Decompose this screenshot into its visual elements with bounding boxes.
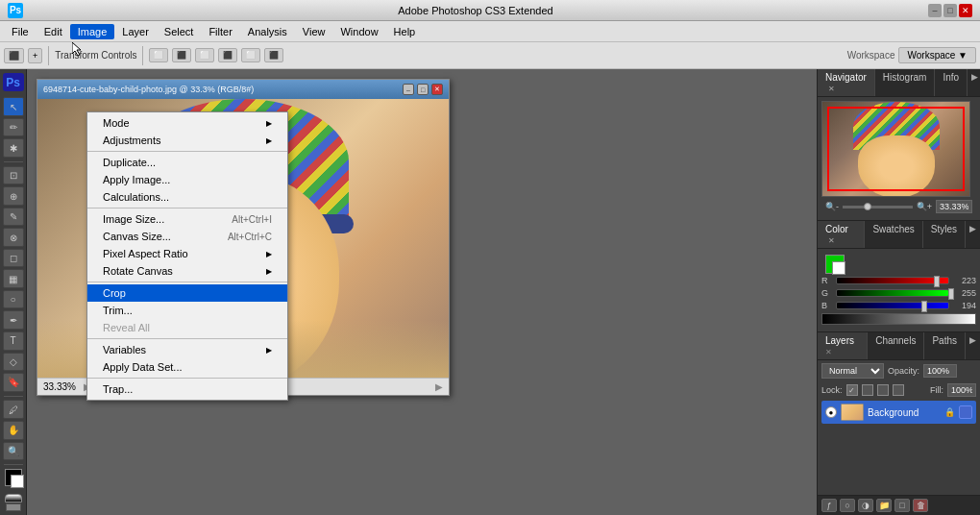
color-b-thumb[interactable]: [921, 301, 927, 312]
maximize-button[interactable]: □: [943, 4, 957, 17]
menu-item-crop[interactable]: Crop: [87, 284, 287, 302]
menu-item-apply-image[interactable]: Apply Image...: [87, 171, 287, 188]
menu-analysis[interactable]: Analysis: [240, 24, 295, 39]
color-b-slider[interactable]: [836, 302, 949, 309]
tool-brush[interactable]: ✎: [3, 208, 24, 227]
foreground-color[interactable]: [5, 469, 22, 486]
color-g-slider[interactable]: [836, 289, 949, 297]
fill-input[interactable]: [947, 383, 976, 397]
quick-mask[interactable]: [5, 494, 22, 503]
tab-channels[interactable]: Channels: [868, 332, 924, 359]
lock-transparent-btn[interactable]: ✓: [846, 384, 858, 396]
screen-mode[interactable]: [5, 503, 22, 511]
menu-help[interactable]: Help: [386, 24, 424, 39]
toolbar-align-2[interactable]: ⬛: [172, 48, 191, 62]
zoom-input[interactable]: [936, 200, 972, 213]
layer-adjustment-btn[interactable]: ◑: [858, 499, 873, 512]
tool-selection[interactable]: ↖: [3, 97, 24, 116]
color-close-icon[interactable]: ✕: [828, 236, 835, 245]
minimize-button[interactable]: –: [928, 4, 942, 17]
menu-select[interactable]: Select: [157, 24, 202, 39]
color-r-slider[interactable]: [836, 277, 949, 284]
tab-navigator[interactable]: Navigator ✕: [818, 69, 875, 96]
tool-zoom[interactable]: 🔍: [3, 442, 24, 461]
layer-visibility-eye[interactable]: ●: [825, 406, 837, 418]
toolbar-align-5[interactable]: ⬜: [241, 48, 260, 62]
tab-info[interactable]: Info: [935, 69, 968, 96]
tool-notes[interactable]: 🔖: [3, 373, 24, 392]
tab-layers[interactable]: Layers ✕: [818, 332, 868, 359]
menu-window[interactable]: Window: [332, 24, 385, 39]
tool-eyedropper[interactable]: 🖊: [3, 400, 24, 419]
color-g-thumb[interactable]: [948, 288, 954, 300]
color-r-thumb[interactable]: [934, 276, 940, 287]
tool-clone[interactable]: ⊗: [3, 228, 24, 247]
navigator-close-icon[interactable]: ✕: [828, 85, 835, 93]
lock-image-btn[interactable]: [862, 384, 873, 396]
background-color[interactable]: [11, 475, 24, 488]
zoom-slider[interactable]: [843, 206, 913, 208]
toolbar-tool-2[interactable]: +: [28, 48, 42, 63]
menu-view[interactable]: View: [295, 24, 333, 39]
foreground-color-swatch[interactable]: [825, 255, 845, 274]
menu-edit[interactable]: Edit: [37, 24, 70, 39]
layer-style-btn[interactable]: ƒ: [821, 499, 837, 512]
tool-dodge[interactable]: ○: [3, 290, 24, 309]
image-window-minimize[interactable]: –: [403, 84, 414, 95]
menu-item-pixel-aspect[interactable]: Pixel Aspect Ratio: [87, 245, 287, 262]
menu-item-variables[interactable]: Variables: [87, 341, 287, 358]
toolbar-align-6[interactable]: ⬛: [264, 48, 283, 62]
opacity-input[interactable]: [923, 364, 957, 378]
tool-patch[interactable]: ⊕: [3, 186, 24, 206]
color-options-icon[interactable]: ▶: [966, 221, 980, 248]
menu-item-apply-data-set[interactable]: Apply Data Set...: [87, 358, 287, 376]
menu-item-image-size[interactable]: Image Size... Alt+Ctrl+I: [87, 210, 287, 228]
layer-delete-btn[interactable]: 🗑: [913, 499, 928, 512]
lock-all-btn[interactable]: [893, 384, 904, 396]
layer-mask-btn[interactable]: ○: [840, 499, 855, 512]
tool-hand[interactable]: ✋: [3, 421, 24, 440]
menu-image[interactable]: Image: [70, 24, 115, 39]
layer-item-background[interactable]: ● Background 🔒: [821, 401, 976, 424]
image-window-close[interactable]: ✕: [431, 84, 443, 95]
scroll-right[interactable]: ▶: [435, 381, 443, 392]
menu-item-mode[interactable]: Mode: [87, 114, 287, 132]
layers-options-icon[interactable]: ▶: [966, 332, 980, 359]
tool-text[interactable]: T: [3, 331, 24, 351]
toolbar-align-1[interactable]: ⬜: [149, 48, 168, 62]
zoom-in-icon[interactable]: 🔍+: [917, 202, 932, 211]
tool-gradient[interactable]: ▦: [3, 269, 24, 288]
blend-mode-select[interactable]: Normal: [821, 363, 884, 379]
tool-eraser[interactable]: ◻: [3, 249, 24, 268]
menu-item-canvas-size[interactable]: Canvas Size... Alt+Ctrl+C: [87, 228, 287, 245]
tab-color[interactable]: Color ✕: [818, 221, 865, 248]
tool-lasso[interactable]: ✏: [3, 118, 24, 137]
tool-magic-wand[interactable]: ✱: [3, 138, 24, 158]
toolbar-tool-1[interactable]: ⬛: [4, 48, 24, 63]
zoom-out-icon[interactable]: 🔍-: [825, 202, 839, 211]
tab-histogram[interactable]: Histogram: [875, 69, 936, 96]
menu-item-rotate-canvas[interactable]: Rotate Canvas: [87, 262, 287, 280]
menu-item-adjustments[interactable]: Adjustments: [87, 132, 287, 149]
menu-file[interactable]: File: [4, 24, 37, 39]
panel-options-icon[interactable]: ▶: [968, 69, 980, 96]
toolbar-align-4[interactable]: ⬛: [218, 48, 237, 62]
close-button[interactable]: ✕: [959, 4, 972, 17]
menu-filter[interactable]: Filter: [201, 24, 239, 39]
menu-item-trim[interactable]: Trim...: [87, 302, 287, 319]
tool-crop[interactable]: ⊡: [3, 166, 24, 185]
tool-pen[interactable]: ✒: [3, 310, 24, 330]
menu-item-duplicate[interactable]: Duplicate...: [87, 154, 287, 171]
tab-swatches[interactable]: Swatches: [865, 221, 922, 248]
tab-paths[interactable]: Paths: [924, 332, 966, 359]
workspace-button[interactable]: Workspace ▼: [898, 47, 976, 63]
background-color-swatch[interactable]: [832, 261, 845, 275]
image-window-maximize[interactable]: □: [417, 84, 429, 95]
tab-styles[interactable]: Styles: [923, 221, 966, 248]
zoom-slider-thumb[interactable]: [864, 203, 871, 210]
toolbar-align-3[interactable]: ⬜: [195, 48, 214, 62]
layer-new-btn[interactable]: □: [894, 499, 910, 512]
menu-layer[interactable]: Layer: [114, 24, 157, 39]
tool-shape[interactable]: ◇: [3, 353, 24, 372]
menu-item-calculations[interactable]: Calculations...: [87, 188, 287, 206]
